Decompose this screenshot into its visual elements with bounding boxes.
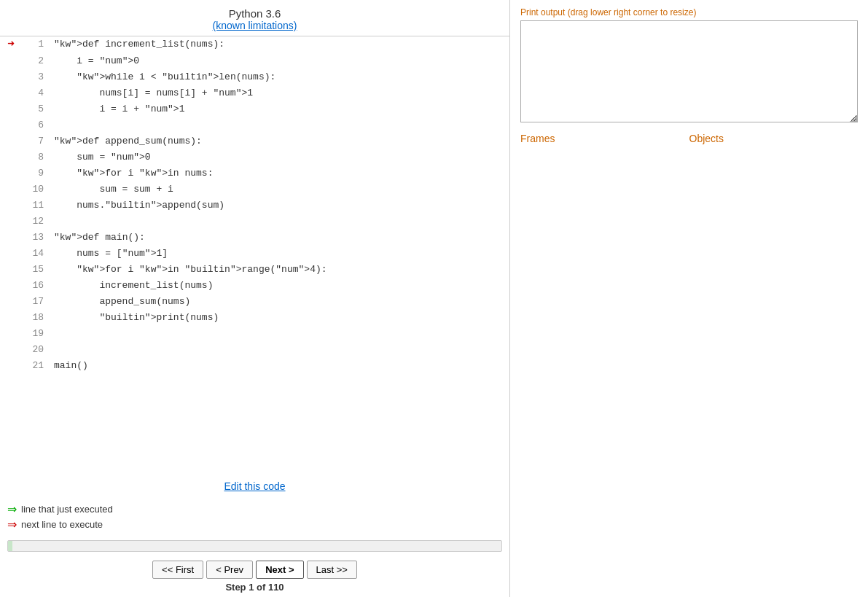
- right-panel: Print output (drag lower right corner to…: [510, 0, 868, 597]
- code-line: [51, 214, 509, 230]
- edit-code-link[interactable]: Edit this code: [224, 480, 285, 492]
- table-row: 4 nums[i] = nums[i] + "num">1: [0, 85, 509, 101]
- table-row: 8 sum = "num">0: [0, 149, 509, 165]
- frames-header: Frames: [520, 133, 689, 144]
- frames-objects-area: Frames Objects: [520, 133, 858, 149]
- table-row: 6: [0, 117, 509, 133]
- table-row: 2 i = "num">0: [0, 53, 509, 69]
- header-area: Python 3.6 (known limitations): [0, 0, 509, 36]
- arrow-cell: [0, 149, 22, 165]
- legend-area: ⇒ line that just executed ⇒ next line to…: [0, 498, 509, 537]
- arrow-cell: [0, 246, 22, 262]
- code-line: "kw">def append_sum(nums):: [51, 133, 509, 149]
- line-number: 20: [22, 342, 51, 358]
- arrow-cell: [0, 358, 22, 374]
- code-line: sum = sum + i: [51, 182, 509, 198]
- table-row: 7"kw">def append_sum(nums):: [0, 133, 509, 149]
- code-area: ➜1"kw">def increment_list(nums):2 i = "n…: [0, 36, 509, 475]
- frames-col: Frames: [520, 133, 689, 149]
- next-line-arrow-icon: ➜: [7, 38, 15, 51]
- arrow-cell: [0, 85, 22, 101]
- code-line: i = "num">0: [51, 53, 509, 69]
- table-row: 11 nums."builtin">append(sum): [0, 198, 509, 214]
- progress-bar-bg[interactable]: [7, 540, 502, 552]
- arrow-cell: [0, 198, 22, 214]
- line-number: 9: [22, 165, 51, 182]
- code-scroll[interactable]: ➜1"kw">def increment_list(nums):2 i = "n…: [0, 36, 509, 452]
- table-row: 14 nums = ["num">1]: [0, 246, 509, 262]
- header-title: Python 3.6: [0, 7, 509, 20]
- table-row: 16 increment_list(nums): [0, 278, 509, 294]
- arrow-cell: [0, 214, 22, 230]
- line-number: 17: [22, 294, 51, 310]
- arrow-cell: [0, 133, 22, 149]
- code-line: "kw">while i < "builtin">len(nums):: [51, 69, 509, 85]
- line-number: 11: [22, 198, 51, 214]
- first-button[interactable]: << First: [152, 561, 203, 579]
- arrow-cell: [0, 326, 22, 342]
- line-number: 7: [22, 133, 51, 149]
- table-row: 3 "kw">while i < "builtin">len(nums):: [0, 69, 509, 85]
- line-number: 13: [22, 230, 51, 246]
- code-line: append_sum(nums): [51, 294, 509, 310]
- known-limitations-link[interactable]: (known limitations): [213, 20, 297, 31]
- arrow-cell: [0, 69, 22, 85]
- legend-green-text: line that just executed: [21, 504, 113, 515]
- arrow-cell: [0, 278, 22, 294]
- last-button[interactable]: Last >>: [307, 561, 357, 579]
- left-panel: Python 3.6 (known limitations) ➜1"kw">de…: [0, 0, 510, 597]
- nav-area: << First < Prev Next > Last >>: [0, 555, 509, 582]
- arrow-cell: ➜: [0, 36, 22, 53]
- table-row: 17 append_sum(nums): [0, 294, 509, 310]
- table-row: 10 sum = sum + i: [0, 182, 509, 198]
- table-row: 13"kw">def main():: [0, 230, 509, 246]
- table-row: 5 i = i + "num">1: [0, 101, 509, 117]
- line-number: 18: [22, 310, 51, 326]
- line-number: 4: [22, 85, 51, 101]
- table-row: 18 "builtin">print(nums): [0, 310, 509, 326]
- table-row: 19: [0, 326, 509, 342]
- progress-bar-fill: [8, 541, 12, 551]
- objects-col: Objects: [689, 133, 859, 149]
- step-label: Step 1 of 110: [0, 582, 509, 597]
- line-number: 15: [22, 262, 51, 278]
- table-row: ➜1"kw">def increment_list(nums):: [0, 36, 509, 53]
- line-number: 12: [22, 214, 51, 230]
- code-table: ➜1"kw">def increment_list(nums):2 i = "n…: [0, 36, 509, 374]
- code-line: nums[i] = nums[i] + "num">1: [51, 85, 509, 101]
- table-row: 21main(): [0, 358, 509, 374]
- line-number: 3: [22, 69, 51, 85]
- next-button[interactable]: Next >: [256, 561, 303, 579]
- print-output-box[interactable]: [520, 20, 858, 122]
- code-line: "builtin">print(nums): [51, 310, 509, 326]
- table-row: 20: [0, 342, 509, 358]
- legend-green-item: ⇒ line that just executed: [7, 502, 502, 516]
- edit-link-area: Edit this code: [0, 475, 509, 498]
- arrow-cell: [0, 294, 22, 310]
- green-arrow-icon: ⇒: [7, 502, 17, 516]
- legend-red-text: next line to execute: [21, 519, 103, 530]
- line-number: 8: [22, 149, 51, 165]
- arrow-cell: [0, 53, 22, 69]
- code-line: "kw">def main():: [51, 230, 509, 246]
- line-number: 16: [22, 278, 51, 294]
- resize-handle-icon[interactable]: [850, 114, 857, 122]
- code-line: i = i + "num">1: [51, 101, 509, 117]
- arrow-cell: [0, 182, 22, 198]
- line-number: 1: [22, 36, 51, 53]
- code-line: nums = ["num">1]: [51, 246, 509, 262]
- line-number: 14: [22, 246, 51, 262]
- arrow-cell: [0, 230, 22, 246]
- main-container: Python 3.6 (known limitations) ➜1"kw">de…: [0, 0, 868, 597]
- objects-header: Objects: [689, 133, 859, 144]
- arrow-cell: [0, 310, 22, 326]
- code-line: "kw">for i "kw">in nums:: [51, 165, 509, 182]
- arrow-cell: [0, 101, 22, 117]
- progress-bar-area: [0, 537, 509, 555]
- print-output-label: Print output (drag lower right corner to…: [520, 7, 858, 17]
- line-number: 6: [22, 117, 51, 133]
- code-line: main(): [51, 358, 509, 374]
- table-row: 15 "kw">for i "kw">in "builtin">range("n…: [0, 262, 509, 278]
- table-row: 9 "kw">for i "kw">in nums:: [0, 165, 509, 182]
- prev-button[interactable]: < Prev: [206, 561, 253, 579]
